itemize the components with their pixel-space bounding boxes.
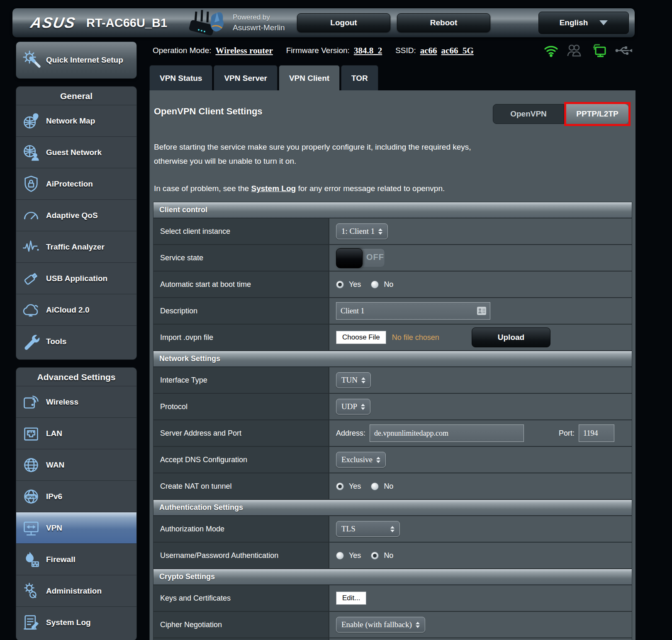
autostart-yes-radio[interactable] (336, 281, 344, 288)
sidebar-item-system-log[interactable]: System Log (16, 606, 136, 638)
userpass-no-radio[interactable] (371, 552, 379, 560)
userpass-yes-radio[interactable] (336, 552, 344, 560)
group-title: Advanced Settings (16, 368, 136, 386)
nat-yes-radio[interactable] (336, 482, 344, 490)
language-label: English (560, 18, 588, 27)
sidebar-item-usb-application[interactable]: USB Application (16, 262, 136, 294)
sidebar-item-adaptive-qos[interactable]: Adaptive QoS (16, 199, 136, 231)
top-banner: ASUS RT-AC66U_B1 Powered by Asuswrt-Merl… (12, 8, 635, 37)
sidebar-item-aiprotection[interactable]: AiProtection (16, 168, 136, 199)
interface-type-select[interactable]: TUN (336, 372, 371, 388)
ssid-link-5g[interactable]: ac66_5G (441, 46, 474, 56)
sidebar-item-traffic-analyzer[interactable]: Traffic Analyzer (16, 231, 136, 262)
nat-no-radio[interactable] (371, 482, 379, 490)
select-spinner-icon (376, 457, 380, 463)
service-state-toggle[interactable]: OFF (336, 248, 385, 267)
system-log-icon (22, 613, 41, 632)
tab-vpn-status[interactable]: VPN Status (149, 65, 212, 91)
operation-mode-link[interactable]: Wireless router (216, 46, 273, 56)
wan-icon (22, 456, 41, 474)
wifi-icon[interactable] (543, 44, 559, 57)
firmware-label: Firmware Version: (286, 46, 350, 55)
clients-icon[interactable] (567, 44, 583, 57)
autostart-no-radio[interactable] (371, 281, 379, 288)
language-dropdown[interactable]: English (538, 12, 629, 34)
server-address-input[interactable] (370, 424, 524, 442)
vpn-icon (22, 519, 41, 537)
sidebar-item-guest-network[interactable]: Guest Network (16, 136, 136, 168)
port-label: Port: (559, 429, 575, 438)
logout-button[interactable]: Logout (297, 13, 390, 32)
sidebar-item-aicloud[interactable]: AiCloud 2.0 (16, 294, 136, 325)
system-log-link[interactable]: System Log (251, 184, 296, 193)
openvpn-mode-button[interactable]: OpenVPN (493, 104, 564, 124)
sidebar-item-tools[interactable]: Tools (16, 325, 136, 357)
sidebar-item-wan[interactable]: WAN (16, 449, 136, 480)
row-automatic-start: Automatic start at boot time Yes No (153, 272, 632, 298)
row-import-ovpn: Import .ovpn file Choose File No file ch… (153, 325, 632, 351)
ssid-link-2g[interactable]: ac66 (420, 46, 437, 56)
lan-device-icon[interactable] (591, 43, 607, 58)
section-header-authentication: Authentication Settings (153, 500, 632, 516)
wireless-icon (22, 393, 41, 411)
description-input[interactable] (336, 302, 490, 320)
aicloud-icon (22, 301, 41, 319)
sidebar-item-firewall[interactable]: Firewall (16, 543, 136, 575)
sidebar-item-vpn[interactable]: VPN (16, 512, 136, 543)
row-authorization-mode: Authorization Mode TLS (153, 516, 632, 543)
cipher-negotiation-select[interactable]: Enable (with fallback) (336, 617, 425, 633)
client-instance-select[interactable]: 1: Client 1 (336, 223, 388, 239)
sidebar-item-lan[interactable]: LAN (16, 417, 136, 449)
settings-table: Client control Select client instance 1:… (153, 202, 632, 640)
protocol-select[interactable]: UDP (336, 399, 370, 415)
row-cutoff (153, 638, 632, 640)
select-spinner-icon (416, 622, 420, 628)
sidebar-item-administration[interactable]: Administration (16, 575, 136, 606)
select-spinner-icon (390, 526, 394, 532)
section-header-network-settings: Network Settings (153, 351, 632, 367)
dns-configuration-select[interactable]: Exclusive (336, 452, 386, 468)
sidebar-item-ipv6[interactable]: IPV6 IPv6 (16, 480, 136, 512)
reboot-button[interactable]: Reboot (397, 13, 490, 32)
tab-tor[interactable]: TOR (341, 65, 378, 91)
server-port-input[interactable] (579, 424, 614, 442)
row-cipher-negotiation: Cipher Negotiation Enable (with fallback… (153, 612, 632, 638)
upload-button[interactable]: Upload (472, 327, 550, 347)
powered-by: Powered by Asuswrt-Merlin (233, 12, 285, 33)
row-create-nat: Create NAT on tunnel Yes No (153, 473, 632, 500)
edit-keys-button[interactable]: Edit... (336, 592, 366, 605)
choose-file-button[interactable]: Choose File (336, 331, 386, 344)
aiprotection-icon (22, 175, 41, 193)
tab-vpn-server[interactable]: VPN Server (214, 65, 278, 91)
status-infobar: Operation Mode: Wireless router Firmware… (153, 40, 634, 61)
row-service-state: Service state OFF (153, 245, 632, 272)
profile-list-icon[interactable] (477, 306, 487, 318)
section-header-client-control: Client control (153, 202, 632, 218)
select-spinner-icon (378, 228, 382, 235)
tab-vpn-client[interactable]: VPN Client (279, 65, 340, 91)
row-accept-dns: Accept DNS Configuration Exclusive (153, 447, 632, 473)
row-select-client-instance: Select client instance 1: Client 1 (153, 218, 632, 245)
quick-setup-icon (21, 49, 43, 71)
sidebar-item-quick-internet-setup[interactable]: Quick Internet Setup (16, 41, 137, 79)
sidebar-item-label: Quick Internet Setup (46, 55, 123, 65)
sidebar-item-wireless[interactable]: Wireless (16, 386, 136, 417)
firmware-link[interactable]: 384.8_2 (354, 46, 382, 56)
sidebar-item-network-map[interactable]: Network Map (16, 105, 136, 136)
usb-icon[interactable] (615, 45, 632, 56)
sidebar-group-advanced-settings: Advanced Settings Wireless LAN (16, 367, 137, 640)
row-protocol: Protocol UDP (153, 394, 632, 420)
highlight-annotation-box: PPTP/L2TP (564, 102, 631, 126)
network-map-icon (22, 112, 41, 130)
vpn-tabs: VPN Status VPN Server VPN Client TOR (149, 65, 378, 91)
pptp-l2tp-mode-button[interactable]: PPTP/L2TP (566, 104, 628, 124)
ssid-label: SSID: (395, 46, 416, 55)
address-label: Address: (336, 429, 365, 438)
page-title: OpenVPN Client Settings (154, 106, 263, 117)
traffic-analyzer-icon (22, 238, 41, 256)
toggle-state-label: OFF (366, 252, 384, 262)
authorization-mode-select[interactable]: TLS (336, 521, 400, 537)
router-model: RT-AC66U_B1 (86, 16, 167, 30)
router-image (184, 8, 229, 37)
intro-text-1: Before starting the service make sure yo… (154, 140, 504, 168)
